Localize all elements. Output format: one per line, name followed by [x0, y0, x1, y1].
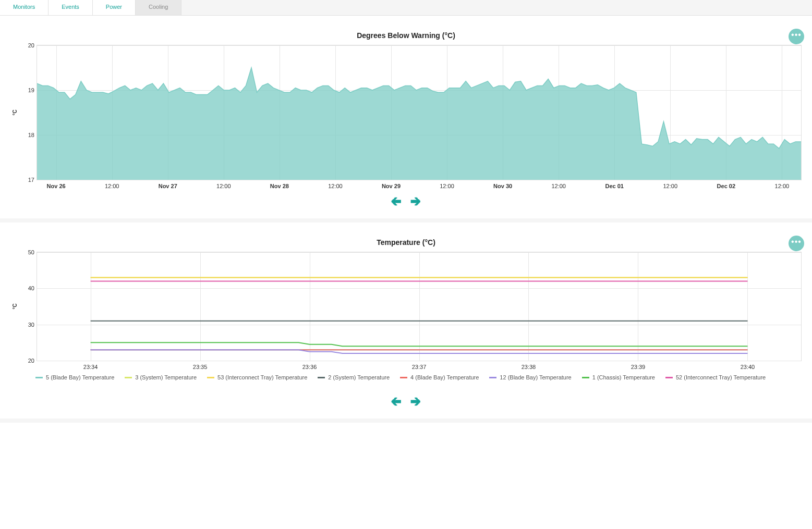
x-tick-label: 12:00 — [663, 183, 677, 189]
legend-item[interactable]: 4 (Blade Bay) Temperature — [400, 374, 479, 380]
y-tick-label: 50 — [21, 249, 34, 255]
x-tick-label: 12:00 — [105, 183, 119, 189]
x-tick-label: 23:34 — [83, 364, 98, 370]
more-icon: ••• — [791, 31, 802, 39]
chart-plot-area[interactable]: 2030405023:3423:3523:3623:3723:3823:3923… — [37, 252, 802, 361]
legend-label: 52 (Interconnect Tray) Temperature — [676, 374, 766, 380]
chart-nav-prev[interactable]: 🡰 — [391, 396, 402, 408]
legend-item[interactable]: 1 (Chassis) Temperature — [582, 374, 655, 380]
y-tick-label: 20 — [21, 42, 34, 48]
x-tick-label: Nov 30 — [493, 183, 512, 189]
x-tick-label: Dec 02 — [717, 183, 735, 189]
x-tick-label: Dec 01 — [605, 183, 623, 189]
tab-power[interactable]: Power — [93, 0, 136, 15]
tab-monitors[interactable]: Monitors — [0, 0, 49, 15]
chart-nav: 🡰 🡲 — [10, 396, 802, 408]
legend-label: 1 (Chassis) Temperature — [592, 374, 655, 380]
legend-label: 12 (Blade Bay) Temperature — [500, 374, 571, 380]
chart-nav-next[interactable]: 🡲 — [410, 396, 421, 408]
legend-swatch — [207, 377, 214, 378]
legend-swatch — [318, 377, 325, 378]
chart-degrees-below-warning: ••• Degrees Below Warning (°C) °C 171819… — [0, 16, 812, 223]
x-tick-label: Nov 26 — [47, 183, 66, 189]
x-tick-label: 23:36 — [302, 364, 317, 370]
chart-nav: 🡰 🡲 — [10, 196, 802, 208]
legend-label: 3 (System) Temperature — [135, 374, 197, 380]
chart-temperature: ••• Temperature (°C) °C 2030405023:3423:… — [0, 223, 812, 423]
tab-events[interactable]: Events — [49, 0, 93, 15]
x-tick-label: 23:37 — [412, 364, 427, 370]
x-tick-label: Nov 29 — [382, 183, 401, 189]
x-tick-label: 12:00 — [216, 183, 231, 189]
y-tick-label: 18 — [21, 132, 34, 138]
x-tick-label: 12:00 — [775, 183, 790, 189]
y-tick-label: 30 — [21, 322, 34, 328]
legend-swatch — [35, 377, 43, 378]
legend-swatch — [489, 377, 496, 378]
x-tick-label: Nov 27 — [159, 183, 177, 189]
legend-label: 53 (Interconnect Tray) Temperature — [217, 374, 307, 380]
x-tick-label: 23:35 — [193, 364, 208, 370]
x-tick-label: 12:00 — [551, 183, 566, 189]
legend-label: 2 (System) Temperature — [328, 374, 390, 380]
chart-options-button[interactable]: ••• — [789, 29, 804, 44]
legend-item[interactable]: 5 (Blade Bay) Temperature — [35, 374, 114, 380]
legend-swatch — [125, 377, 132, 378]
x-tick-label: 12:00 — [328, 183, 343, 189]
more-icon: ••• — [791, 238, 802, 246]
legend-swatch — [400, 377, 407, 378]
y-tick-label: 19 — [21, 87, 34, 93]
chart-options-button[interactable]: ••• — [789, 236, 804, 251]
legend-label: 5 (Blade Bay) Temperature — [46, 374, 114, 380]
x-tick-label: 23:38 — [522, 364, 536, 370]
legend-swatch — [582, 377, 589, 378]
x-tick-label: Nov 28 — [270, 183, 289, 189]
chart-legend: 5 (Blade Bay) Temperature3 (System) Temp… — [35, 374, 802, 380]
tab-cooling[interactable]: Cooling — [136, 0, 181, 15]
tab-bar: Monitors Events Power Cooling — [0, 0, 812, 16]
x-tick-label: 23:40 — [741, 364, 755, 370]
y-tick-label: 20 — [21, 358, 34, 364]
y-tick-label: 40 — [21, 285, 34, 291]
chart-plot-area[interactable]: 17181920Nov 2612:00Nov 2712:00Nov 2812:0… — [37, 45, 802, 180]
legend-item[interactable]: 52 (Interconnect Tray) Temperature — [665, 374, 766, 380]
legend-swatch — [665, 377, 673, 378]
chart-nav-prev[interactable]: 🡰 — [391, 196, 402, 208]
chart-title: Temperature (°C) — [10, 228, 802, 252]
y-axis-label: °C — [12, 303, 18, 309]
y-tick-label: 17 — [21, 177, 34, 183]
legend-item[interactable]: 53 (Interconnect Tray) Temperature — [207, 374, 307, 380]
chart-nav-next[interactable]: 🡲 — [410, 196, 421, 208]
chart-title: Degrees Below Warning (°C) — [10, 21, 802, 45]
x-tick-label: 23:39 — [631, 364, 646, 370]
legend-item[interactable]: 12 (Blade Bay) Temperature — [489, 374, 571, 380]
legend-item[interactable]: 3 (System) Temperature — [125, 374, 197, 380]
legend-label: 4 (Blade Bay) Temperature — [410, 374, 479, 380]
x-tick-label: 12:00 — [440, 183, 454, 189]
legend-item[interactable]: 2 (System) Temperature — [318, 374, 390, 380]
y-axis-label: °C — [12, 109, 18, 115]
